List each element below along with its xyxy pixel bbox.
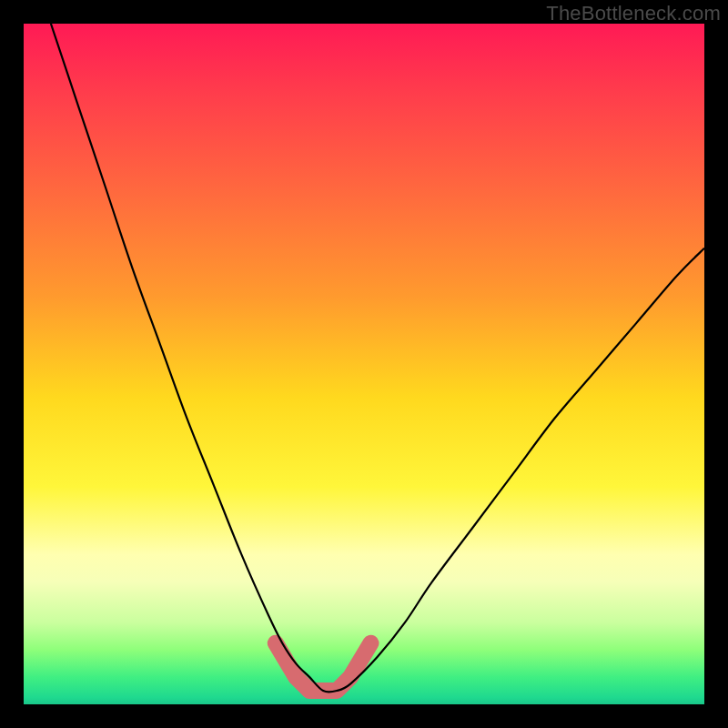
watermark-text: TheBottleneck.com [546,2,721,25]
outer-frame: TheBottleneck.com [0,0,728,728]
chart-svg [24,24,704,704]
plot-area [24,24,704,704]
bottleneck-curve-line [51,24,704,692]
optimal-range-marker [276,643,371,691]
